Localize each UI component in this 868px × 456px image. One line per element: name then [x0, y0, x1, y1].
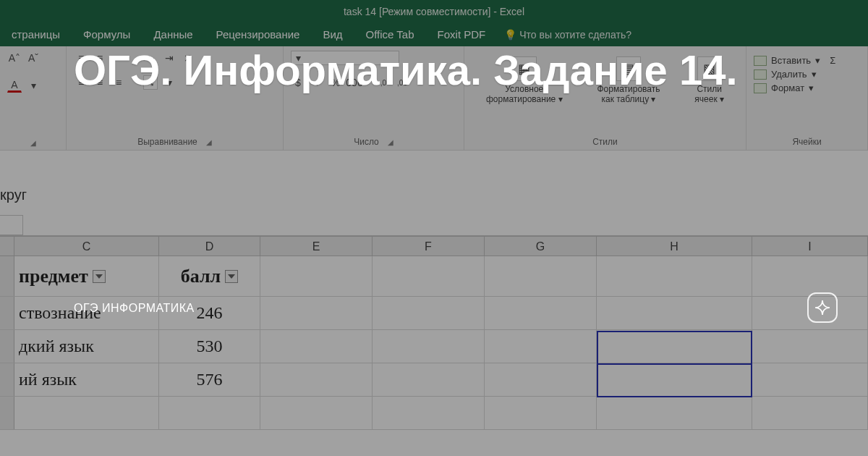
- channel-name[interactable]: ОГЭ ИНФОРМАТИКА: [74, 302, 195, 315]
- article-headline: ОГЭ. Информатика. Задание 14.: [74, 46, 854, 95]
- zen-platform-icon[interactable]: [807, 292, 838, 323]
